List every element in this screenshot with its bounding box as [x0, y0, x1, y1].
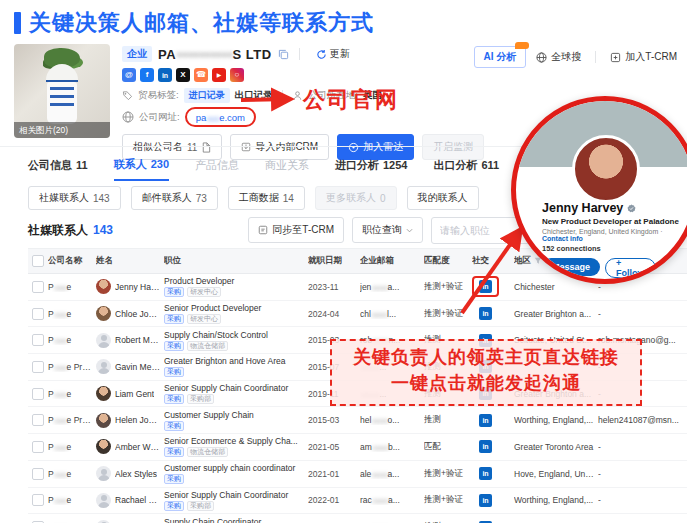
- global-search-button[interactable]: 全球搜: [536, 50, 581, 64]
- phone-icon[interactable]: ☎: [194, 68, 208, 82]
- social-cell: in: [472, 276, 514, 297]
- company-cell: P●●●●e: [48, 442, 96, 452]
- subtab-email-contacts[interactable]: 邮件联系人73: [131, 186, 218, 210]
- linkedin-icon[interactable]: in: [479, 494, 492, 507]
- section-count: 143: [93, 223, 113, 237]
- email-cell: hel●●●●●o...: [360, 415, 424, 425]
- company-photo[interactable]: 相关图片(20): [14, 44, 110, 138]
- table-row[interactable]: P●●●●e Alex Styles Customer supply chain…: [28, 461, 687, 488]
- dept-tag: 物流仓储部: [187, 341, 228, 351]
- export-record-tag[interactable]: 出口记录: [235, 89, 273, 102]
- row-checkbox[interactable]: [32, 494, 44, 506]
- name-cell[interactable]: Gavin Meeks: [96, 359, 164, 374]
- linkedin-icon[interactable]: in: [479, 414, 492, 427]
- refresh-button[interactable]: 更新: [316, 47, 350, 61]
- profile-name: Jenny Harvey: [542, 201, 680, 215]
- job-title-dropdown[interactable]: 职位查询: [352, 217, 423, 243]
- col-name: 姓名: [96, 255, 164, 267]
- row-checkbox[interactable]: [32, 334, 44, 346]
- table-row[interactable]: P●●●●e Chloe Jones Senior Product Develo…: [28, 301, 687, 328]
- company-cell: P●●●●e: [48, 469, 96, 479]
- name-cell[interactable]: Chloe Jones: [96, 306, 164, 321]
- job-title: Senior Ecommerce & Supply Cha...: [164, 436, 304, 446]
- copy-icon[interactable]: [278, 49, 289, 60]
- tab-import-analysis[interactable]: 进口分析1254: [335, 150, 407, 180]
- subtab-registry-data[interactable]: 工商数据14: [228, 186, 305, 210]
- role-tag: 采购: [164, 287, 184, 297]
- table-row[interactable]: P●●●●e Lydia Colasurdo Supply Chain Coor…: [28, 514, 687, 523]
- region-cell: Hove, England, Uni...: [514, 469, 598, 479]
- name-cell[interactable]: Helen Johnstone: [96, 413, 164, 428]
- title-cell: Supply Chain Coordinator 采购: [164, 517, 308, 523]
- contact-info-link[interactable]: Contact info: [542, 235, 583, 242]
- table-row[interactable]: P●●●●e Rachael Kelly Senior Supply Chain…: [28, 488, 687, 515]
- linkedin-icon[interactable]: in: [479, 307, 492, 320]
- row-checkbox[interactable]: [32, 281, 44, 293]
- name-cell[interactable]: Liam Gent: [96, 386, 164, 401]
- job-title: Customer supply chain coordinator: [164, 463, 304, 473]
- region-cell: Greater Brighton a...: [514, 309, 598, 319]
- profile-connections[interactable]: 152 connections: [542, 244, 680, 253]
- name-cell[interactable]: Amber Whitty: [96, 439, 164, 454]
- crm-box-icon: [610, 52, 621, 63]
- table-row[interactable]: P●●●●e Amber Whitty Senior Ecommerce & S…: [28, 434, 687, 461]
- related-images-caption[interactable]: 相关图片(20): [14, 122, 110, 138]
- tab-export-analysis[interactable]: 出口分析611: [433, 150, 499, 180]
- name-cell[interactable]: Lydia Colasurdo: [96, 520, 164, 523]
- website-link[interactable]: pa●●●●e.com: [196, 112, 245, 123]
- avatar: [96, 359, 111, 374]
- subtab-my-contacts[interactable]: 我的联系人: [407, 186, 479, 210]
- email-cell: rac●●●●●a...: [360, 495, 424, 505]
- name-cell[interactable]: Rachael Kelly: [96, 493, 164, 508]
- row-checkbox[interactable]: [32, 308, 44, 320]
- row-checkbox[interactable]: [32, 441, 44, 453]
- tab-contacts[interactable]: 联系人230: [114, 149, 169, 181]
- table-row[interactable]: P●●●●e Produc... Helen Johnstone Custome…: [28, 407, 687, 434]
- import-record-tag[interactable]: 进口记录: [184, 88, 230, 103]
- ai-analysis-button[interactable]: AI 分析: [474, 46, 527, 68]
- tab-company-info[interactable]: 公司信息11: [28, 150, 88, 180]
- youtube-icon[interactable]: ▶: [212, 68, 226, 82]
- join-tcrm-button[interactable]: 加入T-CRM: [610, 50, 677, 64]
- name-cell[interactable]: Alex Styles: [96, 466, 164, 481]
- role-tag: 采购: [164, 501, 184, 511]
- row-checkbox[interactable]: [32, 361, 44, 373]
- row-checkbox[interactable]: [32, 414, 44, 426]
- name-cell[interactable]: Robert Monta...: [96, 333, 164, 348]
- match-cell: 推测+验证: [424, 468, 472, 480]
- title-tags: 采购物流仓储部: [164, 341, 304, 351]
- select-all-checkbox[interactable]: [32, 255, 44, 267]
- tab-products[interactable]: 产品信息: [195, 150, 239, 180]
- x-icon[interactable]: X: [176, 68, 190, 82]
- job-title: Supply Chain/Stock Control: [164, 330, 304, 340]
- profile-headline: New Product Developer at Paladone: [542, 217, 680, 226]
- title-cell: Senior Ecommerce & Supply Cha... 采购物流仓储部: [164, 436, 308, 457]
- region-cell: Greater Toronto Area: [514, 442, 598, 452]
- linkedin-note-box: 关键负责人的领英主页直达链接 一键点击就能发起沟通: [330, 339, 642, 406]
- subtab-more-contacts[interactable]: 更多联系人0: [315, 186, 397, 210]
- linkedin-icon[interactable]: in: [479, 440, 492, 453]
- row-checkbox[interactable]: [32, 388, 44, 400]
- linkedin-icon[interactable]: in: [479, 280, 492, 293]
- match-cell: 推测+验证: [424, 494, 472, 506]
- email-cell: am●●●●●b...: [360, 442, 424, 452]
- instagram-icon[interactable]: ○: [230, 68, 244, 82]
- start-date-cell: 2021-05: [308, 442, 360, 452]
- social-cell: in: [472, 517, 514, 523]
- sync-tcrm-button[interactable]: 同步至T-CRM: [248, 217, 344, 243]
- facebook-icon[interactable]: f: [140, 68, 154, 82]
- linkedin-icon[interactable]: in: [479, 467, 492, 480]
- tab-business-relations[interactable]: 商业关系: [265, 150, 309, 180]
- subtab-social-contacts[interactable]: 社媒联系人143: [28, 186, 121, 210]
- sync-icon: [258, 225, 268, 235]
- name-cell[interactable]: Jenny Harvey: [96, 279, 164, 294]
- title-tags: 采购物流仓储部: [164, 447, 304, 457]
- row-checkbox[interactable]: [32, 468, 44, 480]
- linkedin-icon[interactable]: in: [158, 68, 172, 82]
- social-cell: in: [472, 303, 514, 324]
- start-date-cell: 2023-11: [308, 282, 360, 292]
- new-badge: [515, 42, 529, 49]
- contact-name: Jenny Harvey: [115, 282, 160, 292]
- site-icon[interactable]: @: [122, 68, 136, 82]
- title-cell: Senior Supply Chain Coordinator 采购采购部: [164, 490, 308, 511]
